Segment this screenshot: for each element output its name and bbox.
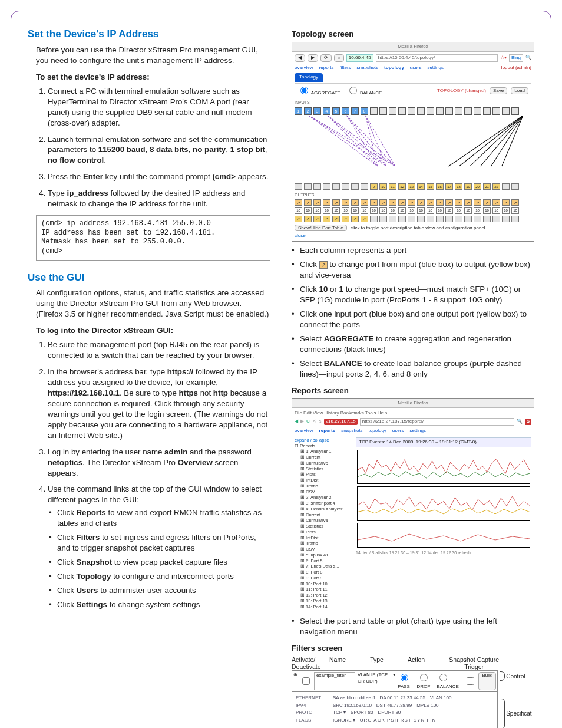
output-port-2[interactable]: ↗ bbox=[304, 216, 312, 222]
output-toggle-13[interactable]: ↗ bbox=[408, 199, 415, 206]
output-port-22[interactable] bbox=[492, 216, 500, 222]
tree-node[interactable]: ⊞ 13: Port 13 bbox=[295, 598, 353, 604]
output-port-20[interactable] bbox=[474, 216, 481, 222]
tree-node[interactable]: ⊞ 14: Port 14 bbox=[295, 604, 353, 610]
output-speed-20[interactable]: 10 bbox=[474, 207, 481, 214]
output-toggle-20[interactable]: ↗ bbox=[474, 199, 481, 206]
output-speed-23[interactable]: 10 bbox=[502, 207, 510, 214]
output-speed-19[interactable]: 10 bbox=[464, 207, 472, 214]
address-bar[interactable]: https://10.60.4.45/topology/ bbox=[376, 54, 498, 62]
output-speed-6[interactable]: 10 bbox=[342, 207, 349, 214]
output-port-17[interactable] bbox=[445, 216, 453, 222]
filter-enable-checkbox[interactable] bbox=[302, 674, 310, 689]
drop-port-22[interactable]: 22 bbox=[492, 183, 500, 190]
drop-port-8[interactable] bbox=[361, 183, 368, 190]
tree-node[interactable]: ⊞ Traffic bbox=[295, 541, 353, 546]
search-icon[interactable]: 🔍 bbox=[525, 55, 531, 61]
search-icon[interactable]: 🔍 bbox=[517, 419, 523, 425]
drop-port-2[interactable] bbox=[304, 183, 312, 190]
output-speed-11[interactable]: 10 bbox=[389, 207, 396, 214]
forward-icon[interactable]: ▶ bbox=[308, 54, 318, 62]
output-port-18[interactable] bbox=[455, 216, 462, 222]
output-toggle-14[interactable]: ↗ bbox=[417, 199, 425, 206]
drop-port-15[interactable]: 15 bbox=[427, 183, 434, 190]
output-toggle-16[interactable]: ↗ bbox=[436, 199, 444, 206]
output-toggle-18[interactable]: ↗ bbox=[455, 199, 462, 206]
output-port-3[interactable]: ↗ bbox=[313, 216, 321, 222]
output-toggle-4[interactable]: ↗ bbox=[323, 199, 330, 206]
tree-node[interactable]: ⊞ Plots bbox=[295, 472, 353, 477]
drop-port-20[interactable]: 20 bbox=[474, 183, 481, 190]
output-port-1[interactable]: ↗ bbox=[295, 216, 302, 222]
filter-name-field[interactable]: example_filter bbox=[314, 672, 355, 690]
tree-node[interactable]: ⊞ 9: Port 9 bbox=[295, 575, 353, 581]
output-toggle-15[interactable]: ↗ bbox=[427, 199, 434, 206]
home-icon[interactable]: ⌂ bbox=[319, 419, 322, 425]
output-port-10[interactable] bbox=[379, 216, 387, 222]
drop-port-14[interactable]: 14 bbox=[417, 183, 425, 190]
output-port-5[interactable]: ↗ bbox=[332, 216, 340, 222]
output-port-7[interactable]: ↗ bbox=[351, 216, 359, 222]
address-bar[interactable]: https://216.27.187.15/reports/ bbox=[360, 418, 514, 426]
tree-node[interactable]: ⊞ 1: Analyzer 1 bbox=[295, 449, 353, 454]
drop-port-10[interactable]: 10 bbox=[379, 183, 387, 190]
output-speed-10[interactable]: 10 bbox=[379, 207, 387, 214]
drop-port-1[interactable] bbox=[295, 183, 302, 190]
logout-link[interactable]: logout (admin) bbox=[501, 65, 531, 71]
tree-node[interactable]: ⊞ 8: Port 8 bbox=[295, 569, 353, 575]
tab-reports[interactable]: reports bbox=[319, 65, 334, 71]
snapshot-checkbox[interactable] bbox=[467, 674, 474, 689]
tab-settings[interactable]: settings bbox=[409, 428, 426, 434]
output-toggle-11[interactable]: ↗ bbox=[389, 199, 396, 206]
drop-port-9[interactable]: 9 bbox=[370, 183, 378, 190]
drop-port-5[interactable] bbox=[332, 183, 340, 190]
tab-snapshots[interactable]: snapshots bbox=[341, 428, 362, 434]
output-toggle-1[interactable]: ↗ bbox=[295, 199, 302, 206]
output-port-11[interactable] bbox=[389, 216, 396, 222]
back-icon[interactable]: ◀ bbox=[295, 419, 298, 425]
stop-icon[interactable]: ✕ bbox=[312, 419, 316, 425]
output-port-8[interactable]: ↗ bbox=[361, 216, 368, 222]
tree-node[interactable]: ⊞ Current bbox=[295, 454, 353, 460]
drop-port-13[interactable]: 13 bbox=[408, 183, 415, 190]
output-port-9[interactable] bbox=[370, 216, 378, 222]
tree-node[interactable]: ⊞ 5: uplink 41 bbox=[295, 552, 353, 558]
drop-port-6[interactable] bbox=[342, 183, 349, 190]
output-speed-8[interactable]: 10 bbox=[361, 207, 368, 214]
output-toggle-12[interactable]: ↗ bbox=[398, 199, 406, 206]
output-speed-16[interactable]: 10 bbox=[436, 207, 444, 214]
drop-port-3[interactable] bbox=[313, 183, 321, 190]
drop-port-18[interactable]: 18 bbox=[455, 183, 462, 190]
drop-port-17[interactable]: 17 bbox=[445, 183, 453, 190]
reload-icon[interactable]: C bbox=[306, 419, 310, 425]
output-port-12[interactable] bbox=[398, 216, 406, 222]
tree-node[interactable]: ⊞ Plots bbox=[295, 529, 353, 535]
tab-users[interactable]: users bbox=[392, 428, 404, 434]
output-port-6[interactable]: ↗ bbox=[342, 216, 349, 222]
output-toggle-21[interactable]: ↗ bbox=[483, 199, 491, 206]
output-port-19[interactable] bbox=[464, 216, 472, 222]
output-toggle-17[interactable]: ↗ bbox=[445, 199, 453, 206]
show-hide-port-table-button[interactable]: Show/Hide Port Table bbox=[295, 225, 347, 231]
output-toggle-6[interactable]: ↗ bbox=[342, 199, 349, 206]
tree-node[interactable]: ⊞ IntDist bbox=[295, 477, 353, 483]
output-port-13[interactable] bbox=[408, 216, 415, 222]
output-toggle-9[interactable]: ↗ bbox=[370, 199, 378, 206]
drop-port-4[interactable] bbox=[323, 183, 330, 190]
drop-port-21[interactable]: 21 bbox=[483, 183, 491, 190]
tree-node[interactable]: ⊞ Traffic bbox=[295, 483, 353, 489]
output-toggle-19[interactable]: ↗ bbox=[464, 199, 472, 206]
action-balance-radio[interactable] bbox=[439, 674, 447, 681]
action-drop-radio[interactable] bbox=[420, 674, 428, 681]
back-icon[interactable]: ◀ bbox=[295, 54, 305, 62]
tree-node[interactable]: ⊞ Current bbox=[295, 512, 353, 518]
output-port-14[interactable] bbox=[417, 216, 425, 222]
output-speed-2[interactable]: 10 bbox=[304, 207, 312, 214]
tree-node[interactable]: ⊞ Cumulative bbox=[295, 460, 353, 466]
tree-node[interactable]: ⊞ 12: Port 12 bbox=[295, 592, 353, 598]
output-speed-9[interactable]: 10 bbox=[370, 207, 378, 214]
forward-icon[interactable]: ▶ bbox=[300, 419, 304, 425]
output-port-23[interactable] bbox=[502, 216, 510, 222]
tree-node[interactable]: ⊞ IntDist bbox=[295, 535, 353, 541]
tree-node[interactable]: ⊞ 2: Analyzer 2 bbox=[295, 495, 353, 500]
